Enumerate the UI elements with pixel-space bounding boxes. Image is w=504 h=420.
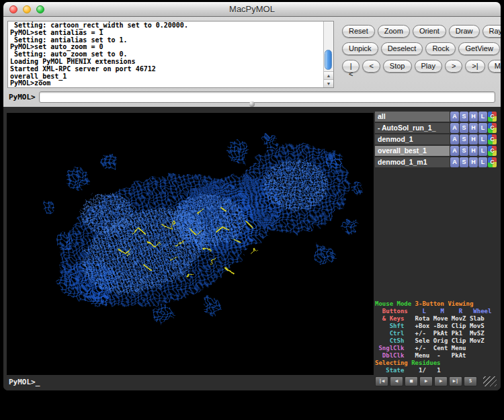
mouse-panel-text: +Box -Box Clip MovS xyxy=(408,323,485,329)
console-line: Started XML-RPC server on port 46712 xyxy=(10,66,323,73)
mouse-panel-text: +/- PkAt Pk1 MvSZ xyxy=(408,330,485,337)
toolbar-orient-button[interactable]: Orient xyxy=(413,25,446,38)
toolbar-unpick-button[interactable]: Unpick xyxy=(342,42,378,55)
movie-back-button[interactable]: ◀ xyxy=(390,376,403,386)
toolbar-zoom-button[interactable]: Zoom xyxy=(378,25,410,38)
object-menu-l-button[interactable]: L xyxy=(478,146,487,156)
toolbar-back-button[interactable]: < xyxy=(362,60,380,73)
button-row-3: |<<StopPlay>>|MClear xyxy=(342,60,501,73)
mouse-panel-line: SnglClk +/- Cent Menu xyxy=(375,345,497,352)
object-menu-l-button[interactable]: L xyxy=(478,157,487,167)
object-menu-h-button[interactable]: H xyxy=(469,123,478,133)
mouse-panel-text: CtSh xyxy=(375,337,408,344)
object-menu-c-button[interactable]: C xyxy=(488,123,497,133)
mouse-panel-text: Mouse Mode xyxy=(375,300,415,307)
mouse-panel-line[interactable]: Selecting Residues xyxy=(375,360,497,367)
mouse-panel-text: Buttons xyxy=(375,308,411,314)
toolbar-deselect-button[interactable]: Deselect xyxy=(381,42,423,55)
object-menu-a-button[interactable]: A xyxy=(450,112,459,122)
density-mesh xyxy=(7,113,374,375)
movie-forward-button[interactable]: ▶ xyxy=(434,376,448,386)
command-input[interactable] xyxy=(39,91,495,103)
mouse-panel-line: CtSh Sele Orig Clip MovZ xyxy=(375,337,497,345)
mouse-panel-text: Shft xyxy=(375,323,408,329)
object-row: - AutoSol_run_1_ASHLC xyxy=(375,123,497,133)
mouse-panel: Mouse Mode 3-Button Viewing Buttons L M … xyxy=(375,300,497,374)
mouse-panel-text: Selecting xyxy=(375,360,411,366)
mouse-panel-text: L M R Wheel xyxy=(411,308,491,314)
object-name[interactable]: - AutoSol_run_1_ xyxy=(375,123,450,133)
toolbar-play-button[interactable]: Play xyxy=(415,60,442,73)
console-log[interactable]: Setting: cartoon_rect_width set to 0.200… xyxy=(8,22,323,87)
object-menu-s-button[interactable]: S xyxy=(460,112,468,122)
object-menu-s-button[interactable]: S xyxy=(460,157,468,167)
toolbar-mclear-button[interactable]: MClear xyxy=(488,60,501,73)
object-menu-l-button[interactable]: L xyxy=(478,123,487,133)
upper-panel: Setting: cartoon_rect_width set to 0.200… xyxy=(3,17,501,107)
viewport-prompt: PyMOL>_ xyxy=(9,378,40,386)
object-name[interactable]: overall_best_1 xyxy=(375,146,450,156)
console-scrollbar[interactable]: ▲ ▼ xyxy=(323,22,333,87)
object-name[interactable]: denmod_1_m1 xyxy=(375,157,450,167)
object-menu-h-button[interactable]: H xyxy=(469,157,478,167)
movie-play-button[interactable]: ▶ xyxy=(419,376,433,386)
movie-end-button[interactable]: ▶| xyxy=(449,376,462,386)
console-line: overall_best_1 xyxy=(10,73,323,81)
object-menu-a-button[interactable]: A xyxy=(450,157,459,167)
console: Setting: cartoon_rect_width set to 0.200… xyxy=(7,21,334,88)
object-row: allASHLC xyxy=(375,112,497,122)
object-row: overall_best_1ASHLC xyxy=(375,146,497,156)
object-menu-s-button[interactable]: S xyxy=(460,146,468,156)
title-bar[interactable]: MacPyMOL xyxy=(3,2,501,17)
mouse-panel-line: Shft +Box -Box Clip MovS xyxy=(375,323,497,330)
console-line: PyMOL>zoom xyxy=(10,80,323,87)
object-menu-a-button[interactable]: A xyxy=(450,146,459,156)
scrollbar-thumb[interactable] xyxy=(325,50,332,70)
object-name[interactable]: all xyxy=(375,112,450,122)
movie-scene-button[interactable]: S xyxy=(464,376,477,386)
mouse-panel-text: DblClk xyxy=(375,352,408,359)
object-menu-s-button[interactable]: S xyxy=(460,123,468,133)
scroll-down-icon[interactable]: ▼ xyxy=(324,79,333,87)
mouse-panel-text: Menu - PkAt xyxy=(408,352,466,359)
mouse-panel-text: Rota Move MovZ Slab xyxy=(408,315,485,322)
object-menu-c-button[interactable]: C xyxy=(488,157,497,167)
object-menu-h-button[interactable]: H xyxy=(469,134,478,144)
object-row: denmod_1_m1ASHLC xyxy=(375,157,497,167)
object-menu-c-button[interactable]: C xyxy=(488,146,497,156)
object-menu-s-button[interactable]: S xyxy=(460,134,468,144)
toolbar-forward-button[interactable]: > xyxy=(445,60,462,73)
movie-stop-button[interactable]: ■ xyxy=(405,376,418,386)
toolbar-end-button[interactable]: >| xyxy=(465,60,485,73)
movie-rewind-button[interactable]: |◀ xyxy=(375,376,388,386)
object-menu-a-button[interactable]: A xyxy=(450,134,459,144)
toolbar-rewind-button[interactable]: |< xyxy=(342,60,360,73)
object-menu-c-button[interactable]: C xyxy=(488,134,497,144)
control-button-panel: ResetZoomOrientDrawRay UnpickDeselectRoc… xyxy=(342,25,501,77)
toolbar-reset-button[interactable]: Reset xyxy=(342,25,375,38)
toolbar-getview-button[interactable]: GetView xyxy=(458,42,499,55)
mouse-panel-text: State xyxy=(375,367,408,374)
window-title: MacPyMOL xyxy=(3,2,501,16)
toolbar-draw-button[interactable]: Draw xyxy=(449,25,480,38)
object-menu-h-button[interactable]: H xyxy=(469,146,478,156)
resize-grip[interactable] xyxy=(483,376,497,386)
object-menu-l-button[interactable]: L xyxy=(478,112,487,122)
toolbar-stop-button[interactable]: Stop xyxy=(383,60,412,73)
movie-controls: |◀◀■▶▶▶|S xyxy=(375,376,497,386)
object-panel: allASHLC- AutoSol_run_1_ASHLCdenmod_1ASH… xyxy=(375,112,497,169)
object-menu-h-button[interactable]: H xyxy=(469,112,478,122)
viewport[interactable] xyxy=(7,113,374,375)
object-name[interactable]: denmod_1 xyxy=(375,134,450,144)
scroll-up-icon[interactable]: ▲ xyxy=(324,71,333,79)
toolbar-rock-button[interactable]: Rock xyxy=(425,42,456,55)
object-menu-l-button[interactable]: L xyxy=(478,134,487,144)
toolbar-ray-button[interactable]: Ray xyxy=(482,25,501,38)
object-menu-c-button[interactable]: C xyxy=(488,112,497,122)
console-line: PyMOL>set antialias = 1 xyxy=(10,30,323,37)
mouse-panel-line[interactable]: State 1/ 1 xyxy=(375,367,497,374)
splitter-handle[interactable] xyxy=(249,101,255,107)
scrollbar-arrows: ▲ ▼ xyxy=(324,71,333,87)
mouse-panel-line: Mouse Mode 3-Button Viewing xyxy=(375,300,497,308)
object-menu-a-button[interactable]: A xyxy=(450,123,459,133)
